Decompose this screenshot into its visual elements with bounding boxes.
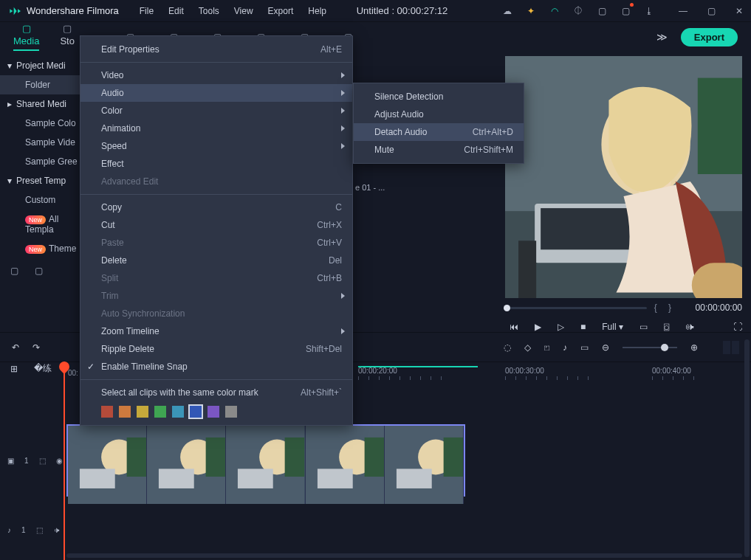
- lock-icon[interactable]: ⬚: [39, 457, 46, 465]
- audio-track-index: 1: [21, 526, 26, 534]
- ctx-item[interactable]: Animation: [80, 120, 352, 137]
- download-icon[interactable]: ⭳: [643, 5, 655, 17]
- color-swatch[interactable]: [101, 406, 113, 418]
- color-swatch[interactable]: [119, 406, 131, 418]
- ctx-item[interactable]: Effect: [80, 155, 352, 173]
- vertical-scrollbar[interactable]: [744, 339, 750, 557]
- menu-tools[interactable]: Tools: [193, 3, 225, 19]
- tab-media[interactable]: Media: [13, 35, 39, 51]
- mic-icon[interactable]: ⏍: [544, 342, 549, 353]
- sparkle-icon[interactable]: ✦: [525, 5, 537, 17]
- horizontal-scrollbar[interactable]: [66, 553, 742, 558]
- compare-icon[interactable]: [723, 341, 739, 354]
- ctx-item[interactable]: Video: [80, 66, 352, 84]
- sidebar-item-sample-video[interactable]: Sample Vide: [0, 133, 91, 152]
- add-track-icon[interactable]: ⊞: [10, 364, 18, 374]
- save-alert-icon[interactable]: ▢: [620, 5, 631, 17]
- zoom-in-icon[interactable]: ⊕: [690, 342, 698, 353]
- speaker-icon[interactable]: 🕩: [53, 526, 61, 534]
- music-icon[interactable]: ♪: [7, 526, 11, 534]
- ctx-item[interactable]: DeleteDel: [80, 252, 352, 269]
- video-clip[interactable]: ▸: [66, 424, 465, 497]
- color-swatch[interactable]: [137, 406, 148, 418]
- menu-export[interactable]: Export: [262, 3, 300, 19]
- cloud-icon[interactable]: ☁: [501, 5, 513, 17]
- link-icon[interactable]: �练: [34, 362, 52, 375]
- color-swatch[interactable]: [225, 406, 237, 418]
- visibility-icon[interactable]: ◉: [56, 457, 63, 465]
- lock-icon[interactable]: ⬚: [36, 526, 43, 534]
- menu-edit[interactable]: Edit: [162, 3, 190, 19]
- snapshot-icon[interactable]: ⌼: [664, 322, 669, 332]
- preview-controls: ⏮ ▶ ▷ ■ Full ▾ ▭ ⌼ 🕪 ⛶: [510, 322, 742, 332]
- section-preset-templates[interactable]: ▾Preset Temp: [0, 171, 91, 190]
- ctx-item[interactable]: Audio: [80, 84, 352, 102]
- user-icon[interactable]: ⏀: [572, 5, 584, 17]
- track-type-icon[interactable]: ▣: [7, 457, 14, 465]
- ctx-sub-item[interactable]: Detach AudioCtrl+Alt+D: [354, 123, 524, 141]
- marker-braces[interactable]: { }: [654, 303, 676, 313]
- svg-rect-16: [206, 438, 226, 477]
- menu-file[interactable]: File: [134, 3, 160, 19]
- ctx-item[interactable]: Ripple DeleteShift+Del: [80, 340, 352, 358]
- zoom-out-icon[interactable]: ⊖: [602, 342, 609, 353]
- ctx-sub-item[interactable]: Silence Detection: [354, 88, 524, 106]
- save-icon[interactable]: ▢: [596, 5, 608, 17]
- ctx-item[interactable]: Speed: [80, 137, 352, 155]
- ctx-item[interactable]: Color: [80, 102, 352, 120]
- svg-rect-19: [238, 469, 273, 488]
- sidebar-item-custom[interactable]: Custom: [0, 190, 91, 210]
- fullscreen-icon[interactable]: ⛶: [733, 322, 742, 332]
- music-icon[interactable]: ♪: [563, 342, 567, 353]
- ctx-item[interactable]: Select all clips with the same color mar…: [80, 384, 352, 401]
- titlebar-tools: ☁ ✦ ◠ ⏀ ▢ ▢ ⭳ — ▢ ✕: [501, 5, 745, 17]
- ctx-item[interactable]: Edit PropertiesAlt+E: [80, 41, 352, 58]
- color-swatch[interactable]: [208, 406, 219, 418]
- more-panels-icon[interactable]: ≫: [656, 31, 668, 43]
- sidebar-item-sample-green[interactable]: Sample Gree: [0, 152, 91, 171]
- color-swatch[interactable]: [154, 406, 166, 418]
- add-folder-icon[interactable]: ▢: [10, 266, 18, 276]
- ctx-item[interactable]: Zoom Timeline: [80, 322, 352, 340]
- chevron-right-icon: ▸: [7, 99, 12, 109]
- quality-selector[interactable]: Full ▾: [602, 322, 623, 332]
- clip-thumbnails: [68, 426, 464, 504]
- display-icon[interactable]: ▭: [639, 322, 648, 332]
- next-frame-icon[interactable]: ▷: [558, 322, 564, 332]
- folder-icon[interactable]: ▢: [35, 266, 43, 276]
- ctx-sub-item[interactable]: Adjust Audio: [354, 106, 524, 123]
- color-swatch[interactable]: [190, 406, 202, 418]
- ctx-item: Trim: [80, 287, 352, 305]
- export-button[interactable]: Export: [681, 28, 738, 46]
- thumbnail: [147, 426, 226, 504]
- minimize-icon[interactable]: —: [677, 5, 689, 17]
- color-swatch[interactable]: [172, 406, 184, 418]
- redo-icon[interactable]: ↷: [32, 342, 40, 353]
- ctx-sub-item[interactable]: MuteCtrl+Shift+M: [354, 141, 524, 159]
- volume-icon[interactable]: 🕪: [685, 322, 694, 332]
- preview-viewport[interactable]: [505, 56, 742, 298]
- prev-frame-icon[interactable]: ⏮: [510, 322, 518, 332]
- crop-icon[interactable]: ▭: [580, 342, 589, 353]
- menu-view[interactable]: View: [228, 3, 259, 19]
- maximize-icon[interactable]: ▢: [705, 5, 717, 17]
- section-shared-media[interactable]: ▸Shared Medi: [0, 94, 91, 114]
- target-icon[interactable]: ◌: [504, 342, 511, 353]
- shield-icon[interactable]: ◇: [524, 342, 531, 353]
- sidebar-item-all-templates[interactable]: NewAll Templa: [0, 210, 91, 239]
- zoom-slider[interactable]: [623, 347, 677, 348]
- sidebar-item-sample-colors[interactable]: Sample Colo: [0, 114, 91, 133]
- stop-icon[interactable]: ■: [580, 322, 586, 332]
- close-icon[interactable]: ✕: [733, 5, 745, 17]
- play-icon[interactable]: ▶: [535, 322, 541, 332]
- ctx-item[interactable]: CutCtrl+X: [80, 216, 352, 234]
- undo-icon[interactable]: ↶: [12, 342, 19, 353]
- ctx-item[interactable]: Enable Timeline Snap: [80, 358, 352, 376]
- tab-stock[interactable]: Sto: [60, 35, 75, 46]
- section-project-media[interactable]: ▾Project Medi: [0, 56, 91, 75]
- sidebar-item-theme[interactable]: NewTheme: [0, 239, 91, 258]
- scrub-track[interactable]: [505, 307, 647, 309]
- sidebar-item-folder[interactable]: Folder: [0, 75, 91, 94]
- ctx-item[interactable]: CopyC: [80, 198, 352, 216]
- headphones-icon[interactable]: ◠: [549, 5, 560, 17]
